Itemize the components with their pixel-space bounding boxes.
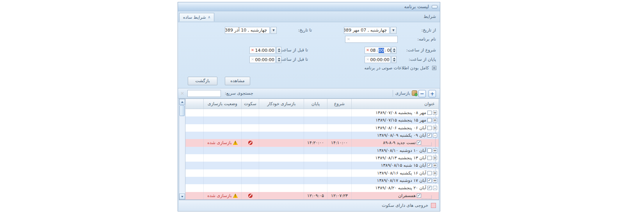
tree-expand-icon[interactable]: +	[433, 163, 437, 167]
column-header-blank	[185, 99, 203, 109]
scroll-down-button[interactable]	[179, 194, 185, 199]
cell-end: ۱۴:۲۰:۰۰	[304, 139, 327, 146]
row-checkbox[interactable]	[427, 178, 432, 183]
table-row-child[interactable]: تست جدید ۹-۸-۸۹ ۱۴:۱۰:۰۰ ۱۴:۲۰:۰۰ ! بازس…	[185, 139, 439, 146]
table-row[interactable]: + آبان ۰۶ پنجشنبه ۱۳۸۹/۰۸/۰۶	[185, 124, 439, 132]
tree-collapse-icon[interactable]: -	[433, 186, 437, 190]
row-checkbox[interactable]	[427, 156, 432, 160]
column-header-start[interactable]: شروع	[327, 99, 351, 109]
table-row[interactable]: + آبان ۱۰ دوشنبه ۱۳۸۹/۰۸/۱۰	[185, 147, 439, 154]
titlebar[interactable]: لیست برنامه	[178, 2, 440, 11]
tree-expand-icon[interactable]: +	[433, 178, 437, 183]
clear-program-name-icon[interactable]: ✕	[346, 36, 351, 43]
rebuild-tool-icon[interactable]	[412, 90, 417, 96]
cell-start	[327, 184, 351, 192]
clear-time-icon[interactable]: ✕	[366, 47, 369, 53]
spin-down-icon[interactable]	[393, 51, 395, 52]
cell-blank	[185, 192, 203, 199]
tree-expand-icon[interactable]: +	[433, 156, 437, 160]
scrollbar-track[interactable]	[179, 116, 185, 194]
tree-expand-icon[interactable]: +	[433, 111, 437, 115]
column-header-rebuild-status[interactable]: وضعیت بازسازی	[203, 99, 241, 109]
collapse-all-button[interactable]: −	[418, 90, 426, 97]
cell-status	[203, 169, 241, 177]
table-row[interactable]: + آبان ۱۷ دوشنبه ۱۳۸۹/۰۸/۱۷	[185, 177, 439, 184]
mute-icon	[248, 194, 253, 198]
conditions-header-strip: ∧ شرایط ساده شرایط	[178, 11, 440, 22]
to-date-label: تا تاریخ:	[298, 27, 312, 34]
grid-body: عنوان شروع پایان بازسازی خودکار سکوت وضع…	[185, 99, 439, 199]
row-checkbox[interactable]	[427, 148, 432, 153]
row-checkbox[interactable]	[427, 186, 432, 190]
clear-time-icon[interactable]: ✕	[366, 56, 369, 63]
to-date-combobox[interactable]: چهارشنبه , 10 آذر 1389	[225, 27, 270, 34]
to-date-dropdown-button[interactable]: ▼	[270, 27, 277, 34]
clear-time-icon[interactable]: ✕	[251, 47, 254, 53]
from-date-dropdown-button[interactable]: ▼	[390, 27, 397, 34]
tree-expand-icon[interactable]: +	[433, 148, 437, 153]
start-from-time-field[interactable]: ✕ 08:00:00	[365, 47, 391, 54]
clear-time-icon[interactable]: ✕	[251, 56, 254, 63]
vertical-scrollbar[interactable]	[179, 99, 185, 199]
row-checkbox[interactable]	[417, 141, 421, 145]
table-row[interactable]: + مهر ۱۵ پنجشنبه ۱۳۸۹/۰۷/۱۵	[185, 116, 439, 124]
spin-up-icon[interactable]	[278, 58, 280, 59]
row-label: تست جدید ۹-۸-۸۹	[383, 140, 416, 145]
clear-search-icon[interactable]: ✕	[180, 91, 184, 96]
cell-end	[304, 124, 327, 132]
until-before-1-time-field[interactable]: ✕ 14:00:00	[249, 47, 276, 54]
spin-down-icon[interactable]	[278, 51, 280, 52]
column-header-mute[interactable]: سکوت	[241, 99, 259, 109]
from-date-combobox[interactable]: چهارشنبه , 07 مهر 1389	[344, 27, 390, 34]
table-row[interactable]: + آبان ۱۵ شنبه ۱۳۸۹/۰۸/۱۵	[185, 162, 439, 169]
until-before-2-spinner[interactable]	[276, 56, 281, 63]
quick-search-label: جستجوی سریع:	[225, 91, 253, 96]
window-minimize-icon[interactable]	[432, 5, 438, 9]
scroll-up-button[interactable]	[179, 99, 185, 105]
row-checkbox[interactable]	[417, 194, 421, 198]
cell-status	[203, 109, 241, 116]
back-button[interactable]: بازگشت	[188, 77, 217, 85]
program-name-input[interactable]	[345, 36, 398, 43]
column-header-end[interactable]: پایان	[304, 99, 327, 109]
simple-conditions-tab[interactable]: ∧ شرایط ساده	[179, 13, 214, 21]
until-before-1-spinner[interactable]	[276, 47, 281, 54]
tree-expand-icon[interactable]: +	[433, 171, 437, 175]
row-checkbox[interactable]	[427, 118, 432, 122]
column-header-auto-rebuild[interactable]: بازسازی خودکار	[259, 99, 304, 109]
end-from-spinner[interactable]	[391, 56, 397, 63]
spin-down-icon[interactable]	[393, 60, 395, 62]
view-button[interactable]: مشاهده	[225, 77, 250, 85]
table-row[interactable]: + آبان ۱۶ یکشنبه ۱۳۸۹/۰۸/۱۶	[185, 169, 439, 177]
until-before-2-time-field[interactable]: ✕ 00:00:00	[249, 56, 276, 63]
row-checkbox[interactable]	[427, 163, 432, 167]
spin-up-icon[interactable]	[393, 58, 395, 59]
legend-bar: خروجی های دارای سکوت	[179, 200, 439, 211]
quick-search-input[interactable]	[187, 90, 221, 97]
spin-down-icon[interactable]	[278, 60, 280, 62]
spin-up-icon[interactable]	[393, 48, 395, 50]
row-checkbox[interactable]	[427, 126, 432, 130]
audio-complete-checkbox[interactable]	[432, 66, 436, 70]
cell-start	[327, 124, 351, 132]
row-checkbox[interactable]	[427, 133, 432, 137]
table-row[interactable]: + آبان ۱۳ پنجشنبه ۱۳۸۹/۰۸/۱۳	[185, 154, 439, 162]
expand-all-button[interactable]: +	[429, 90, 436, 97]
end-from-time-field[interactable]: ✕ 00:00:00	[365, 56, 391, 63]
table-row[interactable]: - آبان ۰۹ یکشنبه ۱۳۸۹/۰۸/۰۹	[185, 132, 439, 139]
rebuild-button[interactable]: بازسازی	[395, 91, 410, 96]
row-checkbox[interactable]	[427, 111, 432, 115]
scrollbar-thumb[interactable]	[180, 105, 185, 116]
row-checkbox[interactable]	[427, 171, 432, 175]
table-row[interactable]: - آبان ۲۰ پنجشنبه ۱۳۸۹/۰۸/۲۰	[185, 184, 439, 192]
table-row-child[interactable]: همسفران ۱۲:۰۷:۲۳ ۱۲:۰۹:۰۵ ! بازسازی شده	[185, 192, 439, 199]
cell-mute	[241, 169, 259, 177]
spin-up-icon[interactable]	[278, 48, 280, 50]
start-from-spinner[interactable]	[391, 47, 397, 54]
collapse-icon: ∧	[208, 15, 211, 19]
column-header-title[interactable]: عنوان	[351, 99, 439, 109]
table-row[interactable]: + مهر ۰۸ پنجشنبه ۱۳۸۹/۰۷/۰۸	[185, 109, 439, 116]
tree-expand-icon[interactable]: +	[433, 118, 437, 122]
tree-expand-icon[interactable]: +	[433, 126, 437, 130]
tree-collapse-icon[interactable]: -	[433, 133, 437, 137]
